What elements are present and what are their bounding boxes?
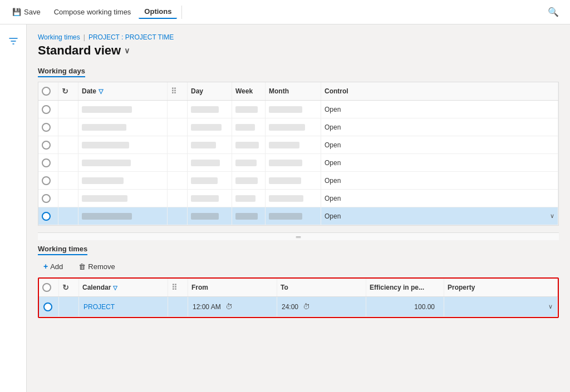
col-week[interactable]: Week bbox=[232, 82, 266, 100]
save-label: Save bbox=[24, 8, 41, 16]
add-button[interactable]: + Add bbox=[38, 260, 68, 273]
table-row[interactable]: Open bbox=[38, 154, 558, 172]
wt-select-all[interactable] bbox=[42, 283, 51, 292]
calendar-filter-icon[interactable]: ▽ bbox=[113, 285, 117, 291]
row-checkbox[interactable] bbox=[42, 141, 51, 150]
options-button[interactable]: Options bbox=[139, 5, 177, 19]
property-dropdown-icon[interactable]: ∨ bbox=[548, 303, 553, 310]
cell-select[interactable] bbox=[38, 136, 58, 153]
wt-cell-efficiency: 100.00 bbox=[366, 297, 444, 316]
table-row[interactable]: Open bbox=[38, 136, 558, 154]
control-dropdown-icon[interactable]: ∨ bbox=[550, 212, 554, 220]
wt-col-to[interactable]: To bbox=[277, 279, 366, 296]
action-toolbar: + Add 🗑 Remove bbox=[38, 260, 559, 273]
wt-cell-to[interactable]: 24:00 ⏱ bbox=[277, 297, 366, 316]
options-label: Options bbox=[144, 7, 171, 16]
select-all-checkbox[interactable] bbox=[42, 87, 51, 96]
cell-control: Open bbox=[321, 154, 558, 171]
wt-cell-calendar[interactable]: PROJECT bbox=[79, 297, 168, 316]
from-value: 12:00 AM bbox=[193, 303, 221, 311]
to-col-label: To bbox=[281, 284, 288, 291]
date-col-label: Date bbox=[82, 87, 96, 95]
calendar-value[interactable]: PROJECT bbox=[83, 303, 115, 311]
cell-month bbox=[266, 172, 321, 189]
cell-control: Open bbox=[321, 172, 558, 189]
date-filter-icon[interactable]: ▽ bbox=[99, 88, 103, 95]
cell-drag bbox=[168, 118, 188, 136]
cell-month bbox=[266, 118, 321, 136]
resize-handle[interactable]: ═ bbox=[38, 232, 559, 240]
page-title[interactable]: Standard view ∨ bbox=[38, 43, 559, 58]
table-row[interactable]: Open bbox=[38, 190, 558, 207]
wt-cell-refresh bbox=[59, 297, 79, 316]
wt-col-calendar[interactable]: Calendar ▽ bbox=[79, 279, 168, 296]
col-month[interactable]: Month bbox=[266, 82, 321, 100]
cell-select[interactable] bbox=[38, 101, 58, 118]
remove-button[interactable]: 🗑 Remove bbox=[73, 260, 120, 273]
breadcrumb-working-times[interactable]: Working times bbox=[38, 33, 80, 41]
refresh-icon[interactable]: ↻ bbox=[62, 87, 68, 96]
toolbar-separator bbox=[181, 6, 182, 19]
cell-select[interactable] bbox=[38, 118, 58, 136]
cell-day bbox=[188, 190, 232, 207]
month-col-label: Month bbox=[269, 87, 289, 95]
compose-working-times-button[interactable]: Compose working times bbox=[48, 6, 137, 18]
cell-select[interactable] bbox=[38, 172, 58, 189]
breadcrumb-separator: | bbox=[83, 33, 85, 41]
working-days-header: ↻ Date ▽ ⠿ Day Week bbox=[38, 82, 558, 101]
row-checkbox[interactable] bbox=[42, 194, 51, 203]
wt-cell-property[interactable]: ∨ bbox=[444, 297, 558, 316]
breadcrumb-project[interactable]: PROJECT : PROJECT TIME bbox=[89, 33, 174, 41]
col-refresh: ↻ bbox=[58, 82, 78, 100]
cell-select[interactable] bbox=[38, 154, 58, 171]
working-times-row[interactable]: PROJECT 12:00 AM ⏱ 24:00 ⏱ 100.00 bbox=[39, 297, 558, 317]
col-control[interactable]: Control bbox=[321, 82, 558, 100]
table-row[interactable]: Open bbox=[38, 118, 558, 136]
row-checkbox[interactable] bbox=[42, 123, 51, 132]
row-checkbox[interactable] bbox=[42, 176, 51, 185]
week-col-label: Week bbox=[235, 87, 253, 95]
row-checkbox[interactable] bbox=[42, 105, 51, 114]
search-button[interactable]: 🔍 bbox=[543, 4, 563, 19]
toolbar: 💾 Save Compose working times Options 🔍 bbox=[0, 0, 570, 24]
cell-select[interactable] bbox=[38, 207, 58, 225]
wt-col-property[interactable]: Property bbox=[444, 279, 558, 296]
cell-control-selected[interactable]: Open ∨ bbox=[321, 207, 558, 225]
table-row[interactable]: Open bbox=[38, 172, 558, 190]
wt-col-efficiency[interactable]: Efficiency in pe... bbox=[366, 279, 444, 296]
wt-col-from[interactable]: From bbox=[188, 279, 277, 296]
property-col-label: Property bbox=[448, 284, 475, 291]
from-clock-icon[interactable]: ⏱ bbox=[225, 302, 233, 311]
cell-week bbox=[232, 101, 266, 118]
save-button[interactable]: 💾 Save bbox=[7, 6, 46, 18]
col-day[interactable]: Day bbox=[188, 82, 232, 100]
cell-week bbox=[232, 190, 266, 207]
cell-month bbox=[266, 154, 321, 171]
from-col-label: From bbox=[191, 284, 208, 291]
wt-drag-icon: ⠿ bbox=[171, 283, 177, 292]
row-checkbox-selected[interactable] bbox=[42, 212, 51, 221]
cell-day bbox=[188, 101, 232, 118]
remove-label: Remove bbox=[88, 262, 115, 271]
sidebar-filter-icon[interactable] bbox=[3, 31, 23, 51]
table-row[interactable]: Open bbox=[38, 101, 558, 118]
col-drag: ⠿ bbox=[168, 82, 188, 100]
save-icon: 💾 bbox=[12, 8, 21, 16]
wt-cell-select[interactable] bbox=[39, 297, 59, 316]
control-value: Open bbox=[325, 212, 341, 220]
resize-icon: ═ bbox=[296, 233, 301, 241]
wt-col-refresh: ↻ bbox=[59, 279, 79, 296]
wt-cell-from[interactable]: 12:00 AM ⏱ bbox=[188, 297, 277, 316]
to-clock-icon[interactable]: ⏱ bbox=[303, 302, 310, 311]
row-checkbox[interactable] bbox=[42, 158, 51, 167]
cell-refresh bbox=[58, 136, 78, 153]
cell-day bbox=[188, 172, 232, 189]
table-row[interactable]: Open ∨ bbox=[38, 207, 558, 225]
col-date[interactable]: Date ▽ bbox=[78, 82, 168, 100]
add-label: Add bbox=[50, 262, 63, 271]
wt-row-checkbox[interactable] bbox=[43, 302, 52, 311]
cell-day bbox=[188, 154, 232, 171]
main-area: Working times | PROJECT : PROJECT TIME S… bbox=[0, 24, 570, 392]
wt-refresh-icon[interactable]: ↻ bbox=[62, 283, 69, 292]
cell-select[interactable] bbox=[38, 190, 58, 207]
